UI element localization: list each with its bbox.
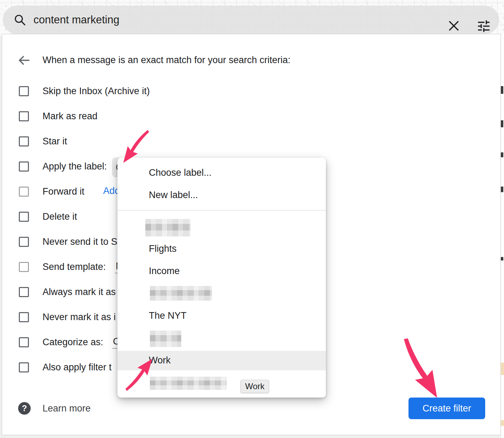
search-icon[interactable] (14, 14, 26, 27)
work-tooltip: Work (240, 380, 269, 393)
create-filter-button[interactable]: Create filter (408, 398, 485, 419)
row-delete-it: Delete it (19, 204, 77, 229)
menu-item-income[interactable]: Income (149, 265, 180, 277)
row-label: Star it (43, 136, 67, 147)
row-star-it: Star it (19, 129, 67, 154)
menu-item-redacted-label[interactable] (150, 286, 212, 301)
menu-item-work[interactable]: Work (149, 355, 171, 366)
row-always-important: Always mark it as (19, 279, 116, 304)
learn-more-link[interactable]: Learn more (43, 403, 91, 414)
row-label: Forward it (43, 186, 84, 197)
search-bar[interactable]: content marketing (3, 6, 499, 34)
help-question-icon[interactable]: ? (18, 402, 31, 415)
row-label: Apply the label: (43, 161, 107, 172)
checkbox-always-important[interactable] (19, 287, 29, 297)
row-never-important: Never mark it as i (19, 304, 116, 330)
row-categorize-as: Categorize as: (19, 330, 103, 355)
label-dropdown-menu: Choose label... New label... Flights Inc… (117, 158, 326, 398)
clear-search-icon[interactable] (448, 20, 460, 33)
row-mark-read: Mark as read (19, 104, 98, 129)
checkbox-star-it[interactable] (19, 136, 29, 146)
row-label: Also apply filter t (43, 362, 112, 373)
checkbox-categorize-as[interactable] (19, 337, 29, 347)
back-arrow-icon[interactable] (17, 54, 31, 68)
row-label: Delete it (43, 211, 77, 222)
background-content-sliver (501, 34, 504, 438)
row-label: Mark as read (43, 111, 98, 122)
row-also-apply: Also apply filter t (19, 355, 112, 380)
checkbox-forward-it[interactable] (19, 187, 29, 197)
menu-divider (117, 210, 326, 211)
checkbox-delete-it[interactable] (19, 212, 29, 222)
checkbox-skip-inbox[interactable] (19, 86, 29, 96)
menu-item-redacted-label[interactable] (145, 219, 191, 236)
row-forward-it: Forward it (19, 179, 84, 204)
search-input[interactable]: content marketing (33, 6, 119, 34)
row-label: Categorize as: (43, 337, 103, 348)
row-label: Always mark it as (43, 287, 116, 297)
menu-item-new-label[interactable]: New label... (149, 189, 198, 201)
checkbox-mark-read[interactable] (19, 111, 29, 121)
menu-item-choose-label[interactable]: Choose label... (149, 167, 212, 178)
checkbox-also-apply[interactable] (19, 362, 29, 372)
row-label: Never mark it as i (43, 312, 116, 323)
checkbox-apply-label[interactable] (19, 161, 29, 172)
row-send-template: Send template: (19, 254, 106, 279)
checkbox-send-template[interactable] (19, 262, 29, 272)
menu-item-redacted-label[interactable] (150, 331, 181, 347)
checkbox-never-important[interactable] (19, 312, 29, 322)
checkbox-never-spam[interactable] (19, 237, 29, 247)
row-skip-inbox: Skip the Inbox (Archive it) (19, 78, 150, 104)
row-never-spam: Never send it to S (19, 229, 117, 254)
page-title: When a message is an exact match for you… (43, 55, 290, 66)
row-label: Send template: (43, 262, 106, 272)
row-label: Skip the Inbox (Archive it) (43, 86, 150, 97)
menu-item-redacted-label[interactable] (150, 377, 227, 390)
row-apply-label: Apply the label: (19, 154, 107, 179)
row-label: Never send it to S (43, 236, 117, 247)
menu-item-the-nyt[interactable]: The NYT (149, 310, 186, 321)
menu-item-flights[interactable]: Flights (149, 243, 177, 254)
search-options-tune-icon[interactable] (476, 18, 491, 35)
